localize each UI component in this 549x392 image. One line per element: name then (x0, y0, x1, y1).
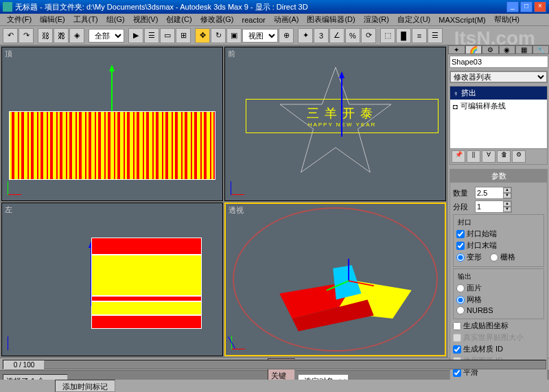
named-sel-icon[interactable]: ⬚ (380, 28, 395, 43)
command-panel: ✦ 🌈 ⚙ ◉ ▦ 🔧 修改器列表 ♀挤出 ◘可编辑样条线 📌 || ∀ 🗑 (447, 45, 549, 358)
modifier-list-dropdown[interactable]: 修改器列表 (450, 71, 547, 82)
left-view-geometry (91, 238, 202, 334)
add-time-tag[interactable]: 添加时间标记 (55, 380, 115, 392)
cap-end-checkbox[interactable] (456, 242, 465, 250)
unique-icon[interactable]: ∀ (482, 150, 495, 163)
title-bar: 无标题 - 项目文件夹: d:\My Documents\3dsmax - Au… (0, 0, 549, 14)
remove-mod-icon[interactable]: 🗑 (497, 150, 511, 163)
viewport-perspective[interactable]: 透视 (224, 203, 446, 357)
menu-reactor[interactable]: reactor (238, 16, 270, 24)
smooth-checkbox[interactable] (453, 369, 461, 377)
mirror-icon[interactable]: ▐▌ (396, 28, 411, 43)
menu-maxscript[interactable]: MAXScript(M) (434, 16, 489, 24)
menu-tools[interactable]: 工具(T) (69, 14, 102, 25)
parameters-rollout: 参数 数量 ▲▼ 分段 ▲▼ 封口 封口始端 封口末端 变形 栅格 输出 (449, 169, 548, 382)
window-title: 无标题 - 项目文件夹: d:\My Documents\3dsmax - Au… (15, 2, 308, 12)
modifier-spline[interactable]: ◘可编辑样条线 (450, 100, 547, 113)
spinner-up-icon[interactable]: ▲ (503, 187, 511, 193)
bind-icon[interactable]: ◈ (69, 28, 84, 43)
modifier-stack[interactable]: ♀挤出 ◘可编辑样条线 (450, 87, 547, 148)
svg-marker-5 (339, 71, 344, 78)
undo-icon[interactable]: ↶ (3, 28, 18, 43)
tab-display-icon[interactable]: ▦ (515, 45, 533, 54)
menu-create[interactable]: 创建(C) (162, 14, 196, 25)
menu-render[interactable]: 渲染(R) (360, 14, 393, 25)
cap-start-checkbox[interactable] (456, 230, 465, 238)
menu-customize[interactable]: 自定义(U) (393, 14, 434, 25)
menu-edit[interactable]: 编辑(E) (36, 14, 69, 25)
amount-input[interactable] (476, 187, 503, 198)
real-world-checkbox (453, 334, 461, 342)
pin-stack-icon[interactable]: 📌 (452, 150, 465, 163)
app-icon (3, 2, 12, 12)
angle-snap-icon[interactable]: ∠ (329, 28, 344, 43)
spinner-down-icon[interactable]: ▼ (503, 193, 511, 198)
menu-modifiers[interactable]: 修改器(G) (196, 14, 238, 25)
time-slider[interactable]: 0 / 100 (3, 360, 546, 369)
top-view-geometry (9, 111, 215, 180)
scale-icon[interactable]: ▣ (226, 28, 242, 43)
redo-icon[interactable]: ↷ (19, 28, 34, 43)
viewport-top[interactable]: 顶 (1, 47, 223, 201)
window-crossing-icon[interactable]: ⊞ (176, 28, 191, 43)
manipulate-icon[interactable]: ✦ (298, 28, 313, 43)
grid-radio[interactable] (490, 253, 498, 262)
viewport-left[interactable]: 左 (1, 203, 223, 357)
nurbs-radio[interactable] (456, 306, 465, 314)
move-icon[interactable]: ✥ (195, 28, 210, 43)
time-slider-bar: 0 / 100 (0, 358, 549, 370)
svg-marker-1 (109, 65, 115, 71)
menu-group[interactable]: 组(G) (102, 14, 129, 25)
pivot-icon[interactable]: ⊕ (279, 28, 294, 43)
link-icon[interactable]: ⛓ (38, 28, 53, 43)
align-icon[interactable]: ≡ (412, 28, 427, 43)
tab-utilities-icon[interactable]: 🔧 (533, 45, 550, 54)
morph-radio[interactable] (456, 253, 465, 262)
minimize-button[interactable]: _ (506, 1, 519, 12)
ref-coord-system[interactable]: 视图 (242, 29, 278, 43)
prompt-area: 添加时间标记 (0, 380, 549, 392)
menu-help[interactable]: 帮助(H) (490, 14, 524, 25)
close-button[interactable]: × (534, 1, 546, 12)
menu-file[interactable]: 文件(F) (3, 14, 36, 25)
menu-animation[interactable]: 动画(A) (270, 14, 303, 25)
tab-hierarchy-icon[interactable]: ⚙ (482, 45, 499, 54)
tab-motion-icon[interactable]: ◉ (499, 45, 516, 54)
spinner-snap-icon[interactable]: ⟳ (361, 28, 376, 43)
main-area: 顶 前 三羊开泰 HAPPY NEW YEAR 左 (0, 45, 549, 358)
selection-filter[interactable]: 全部 (89, 29, 124, 43)
configure-icon[interactable]: ⚙ (512, 150, 526, 163)
perspective-geometry (267, 252, 424, 341)
rotate-icon[interactable]: ↻ (211, 28, 226, 43)
percent-snap-icon[interactable]: % (345, 28, 360, 43)
menu-graph[interactable]: 图表编辑器(D) (303, 14, 359, 25)
tab-create-icon[interactable]: ✦ (448, 45, 465, 54)
unlink-icon[interactable]: ⛓̸ (54, 28, 69, 43)
gen-mat-checkbox[interactable] (453, 345, 461, 354)
menu-bar: 文件(F) 编辑(E) 工具(T) 组(G) 视图(V) 创建(C) 修改器(G… (0, 14, 549, 26)
show-result-icon[interactable]: || (467, 150, 480, 163)
mesh-radio[interactable] (456, 296, 465, 304)
segments-input[interactable] (476, 201, 503, 212)
select-name-icon[interactable]: ☰ (144, 28, 159, 43)
select-icon[interactable]: ▶ (128, 28, 143, 43)
layers-icon[interactable]: ☰ (428, 28, 443, 43)
menu-views[interactable]: 视图(V) (129, 14, 163, 25)
patch-radio[interactable] (456, 284, 465, 292)
gen-map-checkbox[interactable] (453, 322, 461, 330)
viewports: 顶 前 三羊开泰 HAPPY NEW YEAR 左 (0, 45, 447, 358)
window-buttons: _ □ × (506, 1, 546, 12)
select-rect-icon[interactable]: ▭ (160, 28, 175, 43)
viewport-front[interactable]: 前 三羊开泰 HAPPY NEW YEAR (224, 47, 446, 201)
tab-modify-icon[interactable]: 🌈 (465, 45, 482, 54)
modifier-extrude[interactable]: ♀挤出 (450, 87, 547, 100)
maximize-button[interactable]: □ (520, 1, 533, 12)
main-toolbar: ↶ ↷ ⛓ ⛓̸ ◈ 全部 ▶ ☰ ▭ ⊞ ✥ ↻ ▣ 视图 ⊕ ✦ 3 ∠ %… (0, 26, 549, 45)
snap-icon[interactable]: 3 (314, 28, 329, 43)
object-name-input[interactable] (449, 56, 548, 68)
